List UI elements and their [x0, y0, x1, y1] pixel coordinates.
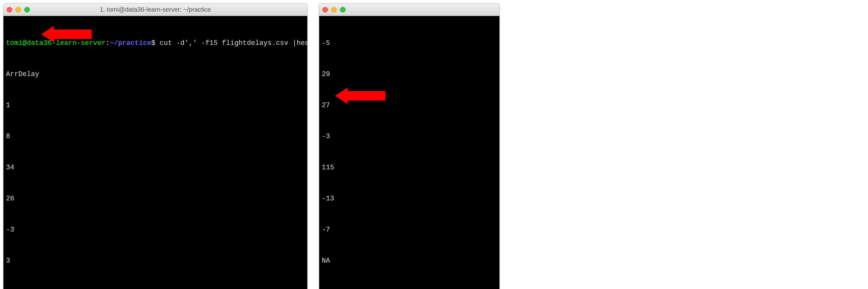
- prompt-line: tomi@data36-learn-server:~/practice$ cut…: [6, 38, 305, 48]
- output-line: -13: [322, 193, 497, 204]
- maximize-icon[interactable]: [24, 7, 30, 12]
- output-line: -5: [322, 38, 497, 48]
- output-line: ArrDelay: [6, 69, 305, 79]
- output-line: 1: [6, 100, 305, 111]
- maximize-icon[interactable]: [340, 7, 346, 12]
- output-line: -7: [322, 225, 497, 235]
- minimize-icon[interactable]: [16, 7, 21, 12]
- terminal-window-right: -5 29 27 -3 115 -13 -7 NA 13 -4 36 -7 41: [319, 3, 500, 289]
- output-line: 115: [322, 162, 497, 173]
- traffic-lights: [7, 7, 30, 12]
- terminal-body-left[interactable]: tomi@data36-learn-server:~/practice$ cut…: [3, 16, 307, 289]
- traffic-lights: [322, 7, 346, 12]
- output-line: NA: [322, 256, 497, 266]
- output-line: 29: [322, 69, 497, 79]
- output-line: 34: [6, 162, 305, 173]
- prompt-colon: :: [106, 39, 110, 47]
- close-icon[interactable]: [322, 7, 328, 12]
- titlebar-right[interactable]: [319, 3, 499, 16]
- output-line: 27: [322, 100, 497, 111]
- terminal-window-left: 1. tomi@data36-learn-server: ~/practice …: [3, 3, 308, 289]
- terminal-body-right[interactable]: -5 29 27 -3 115 -13 -7 NA 13 -4 36 -7 41: [319, 16, 499, 289]
- titlebar-left[interactable]: 1. tomi@data36-learn-server: ~/practice: [3, 3, 307, 16]
- prompt-dollar: $: [151, 39, 155, 47]
- prompt-user: tomi@data36-learn-server: [6, 39, 106, 47]
- command-text: cut -d',' -f15 flightdelays.csv |head: [160, 39, 308, 47]
- arrow-shaft-icon: [347, 91, 385, 101]
- output-line: 13: [322, 287, 497, 289]
- arrow-shaft-icon: [54, 30, 92, 39]
- output-line: 26: [6, 193, 305, 204]
- output-line: 47: [6, 287, 305, 289]
- minimize-icon[interactable]: [331, 7, 337, 12]
- window-title: 1. tomi@data36-learn-server: ~/practice: [3, 6, 307, 13]
- prompt-path: ~/practice: [110, 39, 151, 47]
- output-line: 8: [6, 131, 305, 142]
- output-line: -3: [6, 225, 305, 235]
- close-icon[interactable]: [7, 7, 12, 12]
- output-line: 3: [6, 256, 305, 266]
- output-line: -3: [322, 131, 497, 142]
